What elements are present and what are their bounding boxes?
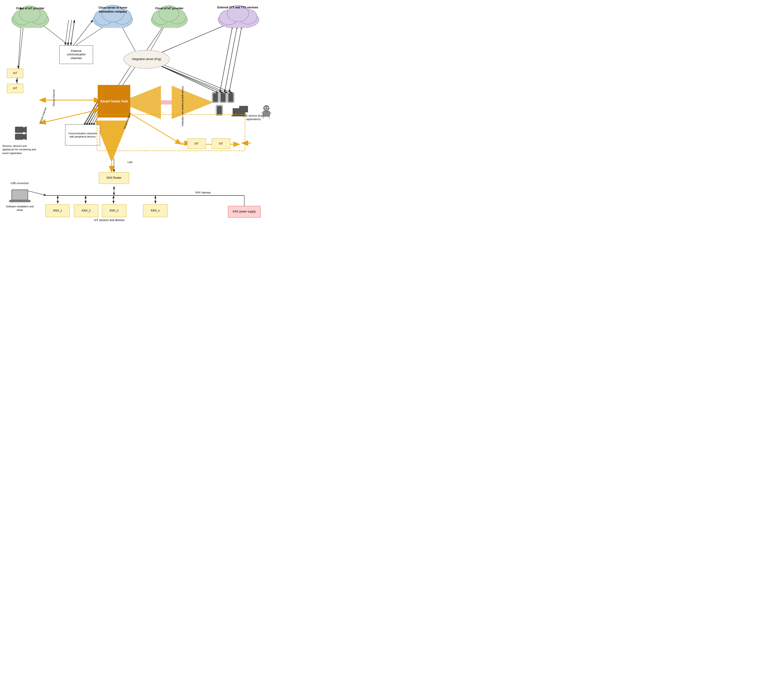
- camera-icons: [14, 126, 33, 144]
- knx-3-label: KNX_3: [110, 209, 118, 213]
- knx-n-box: KNX_n: [143, 204, 168, 217]
- knx-power-supply-label: KNX power supply: [233, 210, 256, 213]
- svg-rect-91: [221, 93, 226, 102]
- iot-left-bottom-label: IoT: [13, 87, 17, 90]
- usb-connection-label: USB connection: [10, 182, 29, 185]
- assistant-icon: [261, 105, 272, 119]
- knx-3-box: KNX_3: [102, 204, 126, 217]
- comm-channels-peripheral-label: Communication channels with peripheral d…: [67, 132, 98, 138]
- virtual-channel-left-label: Virtual channel: [52, 90, 55, 107]
- svg-line-58: [229, 26, 242, 93]
- knx-2-box: KNX_2: [74, 204, 98, 217]
- svg-line-30: [40, 109, 100, 123]
- svg-line-49: [116, 63, 133, 88]
- svg-line-110: [270, 112, 272, 113]
- knx-power-supply-box: KNX power supply: [228, 206, 261, 218]
- svg-line-52: [153, 63, 228, 93]
- svg-rect-104: [9, 200, 30, 202]
- svg-line-12: [18, 27, 21, 68]
- integration-server-ellipse: Integration server (Fog): [123, 50, 170, 68]
- svg-line-19: [68, 20, 72, 45]
- svg-marker-86: [23, 127, 27, 133]
- svg-line-51: [151, 62, 223, 93]
- svg-line-112: [269, 117, 269, 119]
- svg-line-61: [229, 26, 242, 93]
- comm-channels-peripheral-box: Communication channels with peripheral d…: [65, 125, 100, 145]
- iot-box-left-bottom: IoT: [7, 84, 23, 93]
- svg-rect-108: [263, 111, 270, 117]
- knx-1-label: KNX_1: [53, 209, 62, 213]
- svg-point-107: [267, 107, 268, 108]
- svg-line-13: [17, 27, 23, 87]
- svg-line-59: [220, 26, 233, 93]
- iot-box-left-top: IoT: [7, 68, 23, 78]
- sensors-devices-label: Sensors, devices and appliances for moni…: [2, 144, 37, 155]
- svg-rect-89: [213, 93, 218, 102]
- svg-line-53: [156, 62, 233, 93]
- knx-1-box: KNX_1: [45, 204, 70, 217]
- svg-rect-85: [15, 127, 23, 133]
- cloud-iot-left-label: Cloud of IoT provider: [12, 7, 49, 10]
- svg-line-15: [71, 20, 75, 45]
- svg-rect-95: [217, 106, 222, 115]
- virtual-channel-left2-label: Virtual channel: [38, 107, 47, 124]
- svg-line-16: [73, 20, 93, 45]
- svg-line-57: [225, 26, 237, 93]
- cloud-home-auto-label: Cloud server of home automation company: [93, 6, 133, 14]
- svg-point-106: [265, 107, 266, 108]
- lan-label: LAN: [128, 160, 132, 164]
- diagram-container: Cloud of IoT provider Cloud server of ho…: [0, 0, 274, 221]
- svg-line-109: [261, 112, 263, 113]
- virtual-channel-dashed-box: [96, 114, 245, 151]
- iot-sensors-label: IoT sensors and devices: [75, 218, 144, 221]
- smart-home-hub: Smart home hub: [98, 85, 130, 118]
- svg-line-60: [225, 26, 237, 93]
- software-install-label: Software installation and setup: [5, 205, 35, 212]
- knx-router-box: KNX Router: [99, 172, 129, 184]
- knx-n-label: KNX_n: [151, 209, 160, 213]
- svg-line-20: [71, 20, 75, 45]
- svg-rect-103: [12, 190, 27, 200]
- cloud-iot-left: [9, 2, 51, 28]
- cloud-iot-right-label: Cloud of IoT provider: [151, 7, 188, 10]
- svg-line-18: [65, 20, 69, 45]
- knx-highway-label: KNX highway: [195, 191, 211, 194]
- ext-comm-channels-box: External communication channels: [59, 45, 93, 64]
- svg-rect-93: [228, 93, 233, 102]
- iot-left-top-label: IoT: [13, 72, 17, 75]
- cloud-iot-right: [149, 2, 190, 28]
- cloud-stt-tts-label: External STT and TTS services: [217, 6, 259, 10]
- laptop-icon: [9, 188, 33, 203]
- knx-router-label: KNX Router: [106, 176, 121, 180]
- knx-2-label: KNX_2: [81, 209, 90, 213]
- ext-comm-channels-label: External communication channels: [62, 49, 91, 60]
- smart-hub-label: Smart home hub: [100, 99, 128, 103]
- svg-line-56: [220, 26, 233, 93]
- svg-marker-88: [23, 133, 27, 140]
- svg-rect-99: [239, 106, 248, 112]
- svg-line-111: [263, 117, 264, 119]
- svg-rect-113: [97, 115, 245, 151]
- integration-server-label: Integration server (Fog): [132, 57, 161, 61]
- svg-rect-87: [15, 134, 23, 140]
